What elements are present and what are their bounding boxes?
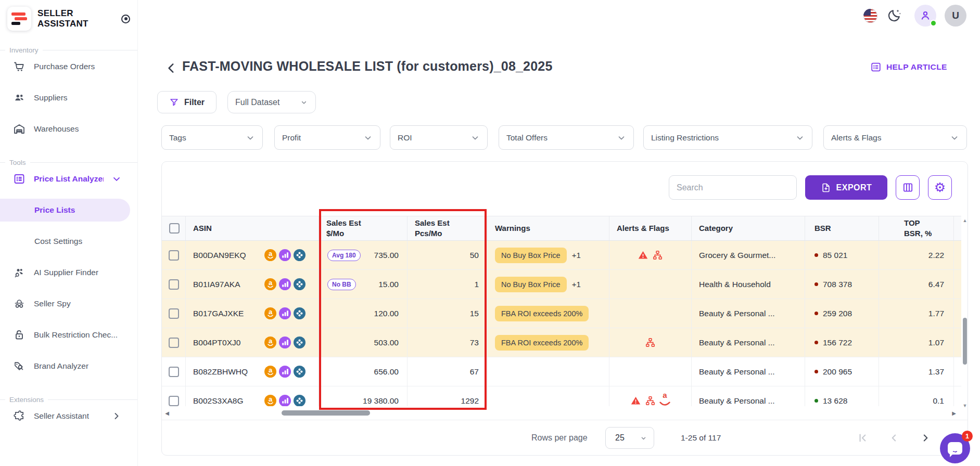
filter-chip-tags[interactable]: Tags [161, 125, 263, 150]
sales-pcs-value: 73 [470, 338, 479, 347]
sidebar-item-brand-analyzer[interactable]: Brand Analyzer [0, 355, 130, 378]
sales-usd-value: 735.00 [374, 251, 399, 260]
sidebar-item-seller-spy[interactable]: Seller Spy [0, 292, 130, 315]
marketplace-clover-icon[interactable] [294, 307, 306, 319]
locale-flag-icon[interactable] [863, 9, 877, 23]
sales-usd-value: 19 380.00 [363, 396, 399, 406]
back-button[interactable] [164, 61, 178, 75]
filter-chip-roi[interactable]: ROI [390, 125, 488, 150]
col-header-top-bsr[interactable]: TOPBSR, % [879, 216, 954, 240]
sidebar-item-seller-assistant[interactable]: Seller Assistant [0, 405, 130, 428]
horizontal-scroll-track[interactable] [172, 410, 961, 416]
sidebar-item-bulk-restriction-chec[interactable]: Bulk Restriction Chec... [0, 323, 130, 346]
col-header-alerts[interactable]: Alerts & Flags [609, 216, 692, 240]
col-header-asin[interactable]: ASIN [186, 216, 319, 240]
sales-chart-icon[interactable] [279, 278, 291, 290]
sitemap-icon [652, 250, 663, 261]
col-header-category[interactable]: Category [692, 216, 805, 240]
row-checkbox[interactable] [169, 367, 179, 377]
top-bsr-cell: 0.1 [879, 386, 954, 406]
table-row[interactable]: B00DAN9EKQaAvg 180735.0050No Buy Box Pri… [162, 241, 961, 270]
table-row[interactable]: B017GAJXKEa120.0015FBA ROI exceeds 200%B… [162, 299, 961, 328]
scroll-left-icon[interactable]: ◀ [162, 410, 172, 416]
scroll-down-icon[interactable]: ▼ [961, 403, 969, 408]
row-checkbox[interactable] [169, 396, 179, 406]
select-all-checkbox[interactable] [169, 223, 180, 234]
filter-chip-label: Tags [169, 133, 186, 143]
table-row[interactable]: B002S3XA8Ga19 380.001292aBeauty & Person… [162, 386, 961, 406]
sales-chart-icon[interactable] [279, 336, 291, 348]
marketplace-clover-icon[interactable] [294, 336, 306, 348]
table-row[interactable]: B01IA97AKAaNo BB15.001No Buy Box Price+1… [162, 270, 961, 299]
sidebar-item-cost-settings[interactable]: Cost Settings [0, 230, 130, 253]
category-value: Grocery & Gourmet... [699, 251, 775, 260]
marketplace-clover-icon[interactable] [294, 395, 306, 406]
col-header-sales-usd[interactable]: Sales Est$/Mo [319, 216, 408, 240]
amazon-icon[interactable]: a [264, 366, 276, 378]
user-initial-avatar[interactable]: U [945, 5, 966, 27]
sales-chart-icon[interactable] [279, 249, 291, 261]
table-row[interactable]: B082ZBHWHQa656.0067Beauty & Personal ...… [162, 357, 961, 386]
sidebar-item-warehouses[interactable]: Warehouses [0, 118, 130, 140]
filter-chip-profit[interactable]: Profit [274, 125, 380, 150]
row-checkbox-cell [162, 328, 186, 357]
scroll-right-icon[interactable]: ▶ [949, 410, 959, 416]
top-bsr-value: 1.07 [928, 338, 944, 347]
rows-per-page-select[interactable]: 25 [605, 427, 654, 449]
chevron-down-icon [950, 133, 959, 143]
sidebar-item-suppliers[interactable]: Suppliers [0, 86, 130, 109]
filter-button[interactable]: Filter [157, 91, 217, 113]
amazon-icon[interactable]: a [264, 307, 276, 319]
export-button[interactable]: EXPORT [805, 175, 887, 200]
filter-chip-label: Total Offers [506, 133, 548, 143]
col-header-sales-pcs[interactable]: Sales EstPcs/Mo [408, 216, 488, 240]
category-cell: Beauty & Personal ... [692, 357, 805, 386]
sidebar-item-price-lists[interactable]: Price Lists [0, 199, 130, 222]
next-page-button[interactable] [919, 431, 932, 445]
sales-usd-cell: 120.00 [319, 299, 408, 328]
sidebar-item-price-list-analyzer[interactable]: Price List Analyzer [0, 167, 130, 190]
gear-icon: ⚙ [934, 181, 946, 194]
col-header-warnings[interactable]: Warnings [488, 216, 609, 240]
previous-page-button[interactable] [887, 431, 901, 445]
first-page-button[interactable] [856, 431, 870, 445]
row-checkbox[interactable] [169, 250, 179, 261]
row-checkbox[interactable] [169, 279, 179, 290]
marketplace-clover-icon[interactable] [294, 249, 306, 261]
columns-settings-button[interactable] [896, 175, 920, 200]
sales-chart-icon[interactable] [279, 366, 291, 378]
filter-chip-alerts-flags[interactable]: Alerts & Flags [823, 125, 967, 150]
seller-assistant-logo[interactable] [7, 7, 31, 31]
sales-chart-icon[interactable] [279, 395, 291, 406]
spacer-cell [954, 241, 961, 269]
marketplace-clover-icon[interactable] [294, 366, 306, 378]
dark-mode-toggle-icon[interactable] [887, 7, 902, 23]
account-avatar[interactable] [914, 5, 936, 27]
sales-chart-icon[interactable] [279, 307, 291, 319]
dataset-select[interactable]: Full Dataset [227, 91, 316, 113]
sales-usd-cell: Avg 180735.00 [319, 241, 408, 269]
amazon-icon[interactable]: a [264, 395, 276, 406]
amazon-a-glyph: a [269, 396, 272, 402]
sidebar-item-ai-supplier-finder[interactable]: AI Supplier Finder [0, 261, 130, 284]
marketplace-clover-icon[interactable] [294, 278, 306, 290]
search-input[interactable] [669, 175, 797, 200]
divider [0, 399, 5, 400]
row-checkbox[interactable] [169, 308, 179, 319]
vertical-scroll-thumb[interactable] [963, 318, 967, 365]
filter-chip-total-offers[interactable]: Total Offers [499, 125, 634, 150]
scroll-up-icon[interactable]: ▲ [961, 218, 969, 223]
row-checkbox[interactable] [169, 338, 179, 348]
tag-search-icon [12, 359, 26, 373]
table-settings-button[interactable]: ⚙ [928, 175, 952, 200]
amazon-icon[interactable]: a [264, 249, 276, 261]
table-row[interactable]: B004PT0XJ0a503.0073FBA ROI exceeds 200%B… [162, 328, 961, 357]
col-header-bsr[interactable]: BSR [805, 216, 879, 240]
help-article-link[interactable]: HELP ARTICLE [870, 61, 947, 73]
sidebar-item-purchase-orders[interactable]: Purchase Orders [0, 55, 130, 78]
sidebar-collapse-toggle-icon[interactable] [121, 15, 130, 23]
horizontal-scroll-thumb[interactable] [282, 410, 370, 416]
amazon-icon[interactable]: a [264, 336, 276, 348]
filter-chip-listing-restrictions[interactable]: Listing Restrictions [643, 125, 812, 150]
amazon-icon[interactable]: a [264, 278, 276, 290]
